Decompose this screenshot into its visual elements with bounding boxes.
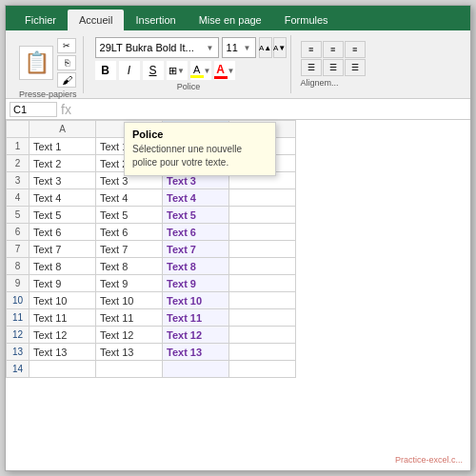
- cell-a5[interactable]: Text 5: [30, 207, 96, 224]
- cell-d7[interactable]: [229, 241, 296, 258]
- paste-button[interactable]: 📋: [19, 46, 53, 80]
- align-top-center[interactable]: ≡: [323, 41, 344, 58]
- cell-b10[interactable]: Text 10: [96, 292, 163, 309]
- increase-font-button[interactable]: A▲: [259, 37, 272, 58]
- font-name-dropdown[interactable]: 29LT Bukra Bold It... ▼: [95, 37, 219, 58]
- cell-c14[interactable]: [163, 361, 229, 378]
- font-size-box[interactable]: 11 ▼: [222, 37, 256, 58]
- cell-c4[interactable]: Text 4: [163, 189, 229, 207]
- cell-c9[interactable]: Text 9: [163, 275, 229, 292]
- fill-color-button[interactable]: A ▼: [190, 61, 211, 80]
- cell-b6[interactable]: Text 6: [96, 224, 163, 241]
- row-number: 5: [7, 207, 30, 224]
- cell-c5[interactable]: Text 5: [163, 207, 229, 224]
- bold-button[interactable]: B: [95, 61, 116, 80]
- cell-c11[interactable]: Text 11: [163, 309, 229, 327]
- clipboard-group: 📋 ✂ ⎘ 🖌 Presse-papiers: [13, 36, 84, 93]
- cell-b13[interactable]: Text 13: [96, 344, 163, 361]
- watermark: Practice-excel.c...: [395, 455, 463, 465]
- format-painter-button[interactable]: 🖌: [57, 72, 76, 88]
- table-row: 4Text 4Text 4Text 4: [7, 189, 296, 207]
- cut-button[interactable]: ✂: [57, 38, 76, 53]
- cell-c12[interactable]: Text 12: [163, 327, 229, 344]
- cell-b9[interactable]: Text 9: [96, 275, 163, 292]
- copy-button[interactable]: ⎘: [57, 55, 76, 70]
- tab-fichier[interactable]: Fichier: [13, 10, 68, 30]
- tab-formules[interactable]: Formules: [273, 10, 340, 30]
- row-number: 4: [7, 189, 30, 207]
- cell-d14[interactable]: [229, 361, 296, 378]
- cell-b11[interactable]: Text 11: [96, 309, 163, 327]
- cell-a14[interactable]: [30, 361, 96, 378]
- align-label: Alignem...: [301, 78, 366, 88]
- cell-d13[interactable]: [229, 344, 296, 361]
- font-row1: 29LT Bukra Bold It... ▼ 11 ▼ A▲ A▼: [95, 37, 287, 58]
- cell-a6[interactable]: Text 6: [30, 224, 96, 241]
- excel-window: Fichier Accueil Insertion Mise en page F…: [5, 5, 471, 471]
- size-arrows: A▲ A▼: [259, 37, 287, 58]
- row-number: 14: [7, 361, 30, 378]
- cell-a10[interactable]: Text 10: [30, 292, 96, 309]
- row-number: 11: [7, 309, 30, 327]
- font-group: 29LT Bukra Bold It... ▼ 11 ▼ A▲ A▼ B I: [88, 35, 291, 93]
- align-mid-right[interactable]: ☰: [345, 59, 366, 76]
- cell-d12[interactable]: [229, 327, 296, 344]
- cell-d10[interactable]: [229, 292, 296, 309]
- cell-reference-box[interactable]: C1: [10, 102, 57, 117]
- font-group-label: Police: [177, 82, 201, 91]
- align-top-left[interactable]: ≡: [301, 41, 322, 58]
- cell-b7[interactable]: Text 7: [96, 241, 163, 258]
- align-top-right[interactable]: ≡: [345, 41, 366, 58]
- cell-b4[interactable]: Text 4: [96, 189, 163, 207]
- cell-b8[interactable]: Text 8: [96, 258, 163, 275]
- cell-a8[interactable]: Text 8: [30, 258, 96, 275]
- cell-a13[interactable]: Text 13: [30, 344, 96, 361]
- cell-a3[interactable]: Text 3: [30, 172, 96, 189]
- cell-c6[interactable]: Text 6: [163, 224, 229, 241]
- cell-b14[interactable]: [96, 361, 163, 378]
- cell-a7[interactable]: Text 7: [30, 241, 96, 258]
- cell-b12[interactable]: Text 12: [96, 327, 163, 344]
- cell-a9[interactable]: Text 9: [30, 275, 96, 292]
- cell-a1[interactable]: Text 1: [30, 138, 96, 155]
- tab-mise-en-page[interactable]: Mise en page: [188, 10, 273, 30]
- cell-a11[interactable]: Text 11: [30, 309, 96, 327]
- tooltip-text: Sélectionner une nouvelle police pour vo…: [132, 143, 268, 169]
- italic-button[interactable]: I: [119, 61, 140, 80]
- cell-d9[interactable]: [229, 275, 296, 292]
- cell-c7[interactable]: Text 7: [163, 241, 229, 258]
- decrease-font-button[interactable]: A▼: [273, 37, 287, 58]
- copy-cut-buttons: ✂ ⎘ 🖌: [57, 38, 76, 88]
- cell-d5[interactable]: [229, 207, 296, 224]
- cell-b5[interactable]: Text 5: [96, 207, 163, 224]
- border-button[interactable]: ⊞▼: [167, 61, 188, 80]
- table-row: 6Text 6Text 6Text 6: [7, 224, 296, 241]
- font-color-button[interactable]: A ▼: [214, 61, 235, 80]
- underline-button[interactable]: S: [143, 61, 164, 80]
- cell-d11[interactable]: [229, 309, 296, 327]
- font-size-arrow: ▼: [244, 44, 251, 52]
- cell-d6[interactable]: [229, 224, 296, 241]
- cell-d4[interactable]: [229, 189, 296, 207]
- cell-a12[interactable]: Text 12: [30, 327, 96, 344]
- align-mid-center[interactable]: ☰: [323, 59, 344, 76]
- row-number: 10: [7, 292, 30, 309]
- table-row: 7Text 7Text 7Text 7: [7, 241, 296, 258]
- align-buttons: ≡ ≡ ≡ ☰ ☰ ☰: [301, 41, 366, 76]
- cell-c10[interactable]: Text 10: [163, 292, 229, 309]
- tab-insertion[interactable]: Insertion: [124, 10, 187, 30]
- cell-c8[interactable]: Text 8: [163, 258, 229, 275]
- ribbon-tabs: Fichier Accueil Insertion Mise en page F…: [6, 6, 470, 30]
- col-header-a[interactable]: A: [30, 121, 96, 138]
- align-mid-left[interactable]: ☰: [301, 59, 322, 76]
- cell-a4[interactable]: Text 4: [30, 189, 96, 207]
- cell-a2[interactable]: Text 2: [30, 155, 96, 172]
- row-number: 1: [7, 138, 30, 155]
- cell-c13[interactable]: Text 13: [163, 344, 229, 361]
- row-number: 2: [7, 155, 30, 172]
- formula-divider: fx: [61, 102, 71, 117]
- cell-d8[interactable]: [229, 258, 296, 275]
- font-tooltip-popup: Police Sélectionner une nouvelle police …: [124, 122, 276, 176]
- tab-accueil[interactable]: Accueil: [68, 10, 124, 30]
- row-number: 9: [7, 275, 30, 292]
